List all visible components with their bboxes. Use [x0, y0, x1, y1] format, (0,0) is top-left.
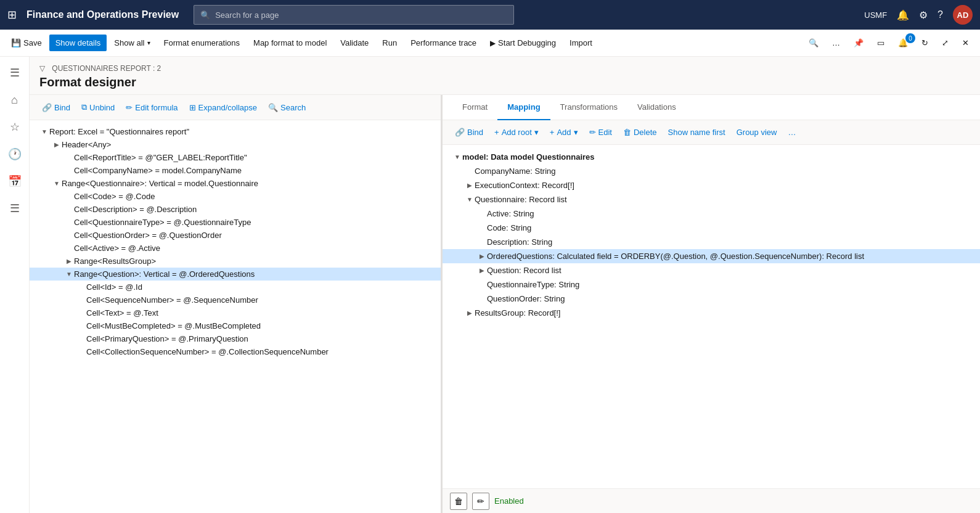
bind-button[interactable]: 🔗 Bind [37, 101, 75, 115]
add-root-button[interactable]: + Add root ▾ [489, 125, 544, 139]
unbind-button[interactable]: ⧉ Unbind [76, 100, 120, 115]
expand-collapse-button[interactable]: ⊞ Expand/collapse [184, 101, 262, 115]
model-item[interactable]: ▼model: Data model Questionnaires [443, 150, 980, 164]
show-details-button[interactable]: Show details [49, 35, 107, 51]
model-add-button[interactable]: + Add ▾ [545, 125, 583, 139]
model-toggle-icon[interactable]: ▼ [465, 196, 475, 203]
tree-label: Cell<QuestionnaireType> = @.Questionnair… [74, 218, 436, 227]
model-item[interactable]: ▶ExecutionContext: Record[!] [443, 178, 980, 192]
model-item[interactable]: ▶ResultsGroup: Record[!] [443, 306, 980, 320]
model-tree[interactable]: ▼model: Data model QuestionnairesCompany… [443, 145, 980, 488]
import-button[interactable]: Import [563, 35, 598, 51]
model-toggle-icon[interactable]: ▶ [465, 310, 475, 316]
model-item[interactable]: QuestionnaireType: String [443, 277, 980, 292]
save-button[interactable]: 💾 Save [5, 35, 48, 51]
model-toggle-icon[interactable]: ▼ [452, 154, 462, 160]
tab-transformations[interactable]: Transformations [550, 95, 627, 120]
format-enumerations-button[interactable]: Format enumerations [158, 35, 247, 51]
show-all-button[interactable]: Show all ▾ [108, 35, 156, 51]
settings-icon[interactable]: ⚙ [919, 9, 928, 21]
sidebar-calendar-icon[interactable]: 📅 [4, 170, 26, 192]
edit-formula-button[interactable]: ✏ Edit formula [121, 101, 182, 115]
tree-label: Header<Any> [62, 140, 436, 149]
tree-toggle-icon[interactable]: ▶ [52, 141, 62, 148]
tree-item[interactable]: Cell<Description> = @.Description [30, 203, 441, 216]
tree-toggle-icon[interactable]: ▼ [52, 180, 62, 187]
model-toggle-icon[interactable]: ▶ [477, 253, 487, 260]
model-item[interactable]: CompanyName: String [443, 164, 980, 178]
tab-mapping[interactable]: Mapping [497, 95, 550, 120]
model-item[interactable]: Code: String [443, 221, 980, 235]
tree-item[interactable]: ▼Range<Question>: Vertical = @.OrderedQu… [30, 268, 441, 281]
sidebar-list-icon[interactable]: ☰ [4, 197, 26, 220]
run-button[interactable]: Run [376, 35, 403, 51]
sidebar: ☰ ⌂ ☆ 🕐 📅 ☰ [0, 57, 30, 513]
performance-trace-button[interactable]: Performance trace [404, 35, 483, 51]
map-format-button[interactable]: Map format to model [247, 35, 333, 51]
group-view-button[interactable]: Group view [732, 125, 782, 139]
tree-toggle-icon[interactable]: ▶ [64, 258, 74, 265]
apps-icon[interactable]: ⊞ [7, 8, 17, 22]
tree-label: Range<Questionnaire>: Vertical = model.Q… [62, 179, 436, 188]
global-search[interactable]: 🔍 Search for a page [194, 5, 514, 25]
tree-item[interactable]: ▶Header<Any> [30, 138, 441, 151]
tree-item[interactable]: Cell<Text> = @.Text [30, 306, 441, 319]
tree-item[interactable]: Cell<ReportTitle> = @"GER_LABEL:ReportTi… [30, 151, 441, 164]
tree-item[interactable]: Cell<CompanyName> = model.CompanyName [30, 164, 441, 177]
tree-item[interactable]: Cell<Code> = @.Code [30, 190, 441, 203]
search-cmd-button[interactable]: 🔍 [802, 35, 825, 51]
tree-item[interactable]: ▼Range<Questionnaire>: Vertical = model.… [30, 177, 441, 190]
tree-item[interactable]: Cell<QuestionOrder> = @.QuestionOrder [30, 229, 441, 242]
close-button[interactable]: ✕ [956, 35, 975, 51]
show-name-first-button[interactable]: Show name first [663, 125, 730, 139]
model-item[interactable]: QuestionOrder: String [443, 292, 980, 306]
model-item[interactable]: ▼Questionnaire: Record list [443, 192, 980, 207]
bottom-edit-button[interactable]: ✏ [472, 493, 489, 510]
model-edit-button[interactable]: ✏ Edit [584, 125, 617, 139]
tree-item[interactable]: Cell<MustBeCompleted> = @.MustBeComplete… [30, 319, 441, 332]
tree-label: Cell<Id> = @.Id [86, 282, 436, 292]
pin-button[interactable]: 📌 [847, 35, 870, 51]
tree-item[interactable]: Cell<Id> = @.Id [30, 281, 441, 293]
tree-item[interactable]: Cell<CollectionSequenceNumber> = @.Colle… [30, 345, 441, 358]
validate-button[interactable]: Validate [334, 35, 375, 51]
help-icon[interactable]: ? [937, 9, 943, 20]
sidebar-home-icon[interactable]: ⌂ [4, 89, 26, 111]
sidebar-star-icon[interactable]: ☆ [4, 116, 26, 138]
refresh-button[interactable]: ↻ [915, 35, 934, 51]
search-tree-button[interactable]: 🔍 Search [263, 101, 311, 115]
tree-toggle-icon[interactable]: ▼ [39, 128, 49, 135]
model-item[interactable]: Description: String [443, 235, 980, 249]
model-item[interactable]: Active: String [443, 207, 980, 221]
sidebar-clock-icon[interactable]: 🕐 [4, 143, 26, 165]
model-item[interactable]: ▶OrderedQuestions: Calculated field = OR… [443, 249, 980, 263]
bottom-delete-button[interactable]: 🗑 [450, 493, 467, 510]
expand-icon: ⊞ [189, 103, 196, 112]
format-tree[interactable]: ▼Report: Excel = "Questionnaires report"… [30, 120, 441, 513]
model-delete-button[interactable]: 🗑 Delete [618, 125, 662, 139]
avatar[interactable]: AD [953, 5, 973, 25]
side-button[interactable]: ▭ [871, 35, 891, 51]
tree-item[interactable]: Cell<SequenceNumber> = @.SequenceNumber [30, 293, 441, 306]
tree-label: Cell<Active> = @.Active [74, 244, 436, 253]
bell-icon[interactable]: 🔔 [897, 9, 909, 21]
tree-item[interactable]: Cell<QuestionnaireType> = @.Questionnair… [30, 216, 441, 229]
model-toggle-icon[interactable]: ▶ [477, 267, 487, 274]
tree-item[interactable]: Cell<PrimaryQuestion> = @.PrimaryQuestio… [30, 332, 441, 345]
model-bind-button[interactable]: 🔗 Bind [450, 125, 488, 139]
more-button[interactable]: … [826, 35, 846, 51]
model-item[interactable]: ▶Question: Record list [443, 263, 980, 277]
tab-validations[interactable]: Validations [627, 95, 686, 120]
tree-toggle-icon[interactable]: ▼ [64, 271, 74, 277]
tree-item[interactable]: ▶Range<ResultsGroup> [30, 255, 441, 268]
edit-icon: ✏ [589, 128, 596, 137]
model-toggle-icon[interactable]: ▶ [465, 182, 475, 189]
tree-item[interactable]: ▼Report: Excel = "Questionnaires report" [30, 125, 441, 138]
start-debugging-button[interactable]: ▶ Start Debugging [484, 35, 562, 51]
tree-item[interactable]: Cell<Active> = @.Active [30, 242, 441, 255]
tree-label: Cell<CollectionSequenceNumber> = @.Colle… [86, 347, 436, 356]
more-options-button[interactable]: … [783, 125, 801, 139]
tab-format[interactable]: Format [452, 95, 497, 120]
sidebar-menu-icon[interactable]: ☰ [4, 62, 26, 84]
expand-button[interactable]: ⤢ [936, 35, 955, 51]
